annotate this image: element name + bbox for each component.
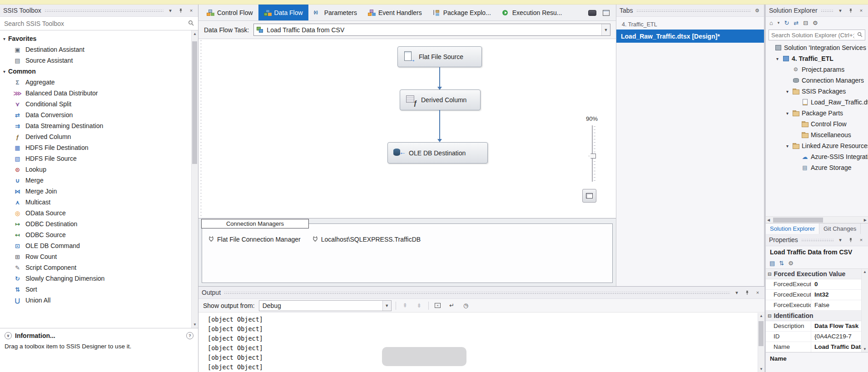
toolbox-item[interactable]: Multicast [0, 197, 190, 208]
scroll-up-icon[interactable]: ▲ [759, 314, 763, 318]
expand-arrow-icon[interactable]: ▾ [785, 144, 790, 149]
design-surface[interactable]: Flat File Source Derived Column OLE DB D… [198, 39, 616, 218]
toolbox-group-header[interactable]: ▾ Common [0, 66, 190, 77]
toolbox-item[interactable]: HDFS File Source [0, 153, 190, 164]
scroll-up-icon[interactable]: ▲ [863, 270, 867, 274]
tree-item[interactable]: ▾ Control Flow [766, 119, 868, 129]
designer-tab[interactable]: Execution Resu... [496, 5, 568, 20]
toolbox-item[interactable]: ODBC Source [0, 229, 190, 240]
refresh-icon[interactable]: ↻ [784, 20, 789, 26]
toolbox-item[interactable]: Conditional Split [0, 99, 190, 109]
window-position-icon[interactable]: ▾ [733, 289, 740, 296]
toolbox-item[interactable]: HDFS File Destination [0, 142, 190, 153]
tree-item[interactable]: ▾ Solution 'Integration Services final d… [766, 42, 868, 53]
property-row[interactable]: ForcedExecutionValue 0 [766, 279, 861, 290]
property-row[interactable]: ForceExecutionValue False [766, 300, 861, 311]
property-pages-icon[interactable]: ⚙ [788, 260, 794, 267]
designer-tab[interactable]: Data Flow [258, 5, 308, 20]
scroll-down-icon[interactable]: ▼ [193, 322, 197, 327]
dataflow-block[interactable]: Flat File Source [397, 46, 482, 67]
scrollbar-thumb[interactable] [773, 218, 823, 223]
package-icon[interactable] [588, 10, 596, 16]
toolbox-item[interactable]: ODBC Destination [0, 218, 190, 229]
connection-managers-tab[interactable]: Connection Managers [201, 219, 309, 228]
properties-object-name[interactable]: Load Traffic Data from CSV [766, 246, 868, 258]
window-position-icon[interactable]: ▾ [167, 7, 174, 14]
collapse-section-icon[interactable]: ⊟ [768, 272, 771, 277]
property-row[interactable]: ID {0A4AC219-7 [766, 332, 861, 342]
flow-path-arrow[interactable] [439, 67, 440, 87]
bottom-tab[interactable]: Git Changes [819, 223, 861, 234]
previous-message-icon[interactable]: ⇞ [400, 301, 410, 311]
chevron-down-icon[interactable]: ▼ [601, 24, 610, 35]
pin-icon[interactable] [847, 7, 854, 14]
property-row[interactable]: Description Data Flow Task [766, 321, 861, 332]
property-category[interactable]: ⊟ Identification [766, 311, 861, 321]
tree-item[interactable]: ▾ Load_Raw_Traffic.dtsx [766, 97, 868, 108]
window-position-icon[interactable]: ▾ [837, 7, 844, 14]
expand-arrow-icon[interactable]: ▾ [775, 56, 780, 61]
autoscroll-icon[interactable]: ◷ [461, 301, 471, 311]
zoom-slider-handle[interactable] [589, 154, 596, 159]
variables-grid-icon[interactable] [603, 10, 610, 16]
vertical-scrollbar[interactable]: ▲▼ [861, 269, 868, 352]
sync-with-active-document-icon[interactable]: ⇄ [794, 20, 799, 26]
bottom-tab[interactable]: Solution Explorer [766, 223, 819, 234]
designer-tab[interactable]: Parameters [308, 5, 362, 20]
tree-item[interactable]: ▾ Connection Managers [766, 75, 868, 86]
word-wrap-icon[interactable]: ↵ [447, 301, 457, 311]
flow-path-arrow[interactable] [439, 110, 440, 139]
toolbox-item[interactable]: OData Source [0, 208, 190, 218]
scrollbar-thumb[interactable] [192, 41, 197, 164]
tree-item[interactable]: ▾ Linked Azure Resources [766, 140, 868, 151]
toolbox-item[interactable]: Aggregate [0, 77, 190, 88]
collapse-section-icon[interactable]: ⊟ [768, 313, 771, 318]
active-document-tab[interactable]: Load_Raw_Traffic.dtsx [Design]* [616, 30, 764, 43]
tree-item[interactable]: ▾ Project.params [766, 64, 868, 75]
connection-manager-item[interactable]: Localhost\SQLEXPRESS.TrafficDB [312, 236, 421, 243]
tree-item[interactable]: ▾ Azure Storage [766, 162, 868, 173]
connection-manager-item[interactable]: Flat File Connection Manager [208, 236, 301, 243]
toolbox-item[interactable]: Script Component [0, 262, 190, 273]
tree-item[interactable]: ▾ 4. Traffic_ETL [766, 53, 868, 64]
toolbox-item[interactable]: Source Assistant [0, 55, 190, 66]
scroll-down-icon[interactable]: ▼ [863, 347, 867, 351]
pin-icon[interactable] [177, 7, 184, 14]
property-category[interactable]: ⊟ Forced Execution Value [766, 269, 861, 279]
property-row[interactable]: Name Load Traffic Data from CSV [766, 342, 861, 352]
close-icon[interactable]: × [858, 7, 865, 14]
zoom-slider[interactable] [588, 125, 596, 182]
expand-arrow-icon[interactable]: ▾ [785, 111, 790, 116]
home-icon[interactable]: ⌂ [769, 20, 773, 26]
scroll-left-icon[interactable]: ◀ [767, 218, 770, 222]
dataflow-block[interactable]: Derived Column [400, 89, 481, 110]
help-icon[interactable]: ? [186, 332, 193, 339]
toolbox-item[interactable]: Merge [0, 175, 190, 186]
scroll-up-icon[interactable]: ▲ [193, 32, 197, 36]
chevron-down-icon[interactable]: ▾ [778, 20, 780, 25]
collapse-all-icon[interactable]: ⊟ [803, 20, 808, 26]
toolbox-item[interactable]: Derived Column [0, 131, 190, 142]
vertical-scrollbar[interactable]: ▲▼ [191, 30, 198, 328]
designer-tab[interactable]: Package Explo... [427, 5, 496, 20]
toolbox-item[interactable]: OLE DB Command [0, 240, 190, 251]
toolbox-item[interactable]: Data Streaming Destination [0, 120, 190, 131]
window-position-icon[interactable]: ▾ [837, 236, 844, 243]
toolbox-item[interactable]: Sort [0, 284, 190, 295]
close-icon[interactable]: × [754, 289, 761, 296]
chevron-down-icon[interactable]: ▼ [382, 301, 391, 311]
data-flow-task-combo[interactable]: Load Traffic Data from CSV ▼ [253, 24, 610, 36]
alphabetical-sort-icon[interactable]: ⇅ [779, 260, 784, 267]
horizontal-scrollbar[interactable]: ◀ ▶ [766, 216, 868, 223]
categorized-icon[interactable]: ▤ [769, 260, 775, 267]
scroll-right-icon[interactable]: ▶ [864, 218, 867, 222]
expand-arrow-icon[interactable]: ▾ [785, 89, 790, 94]
toolbox-item[interactable]: Row Count [0, 251, 190, 262]
toolbox-item[interactable]: Balanced Data Distributor [0, 88, 190, 99]
tree-item[interactable]: ▾ Miscellaneous [766, 129, 868, 140]
output-source-combo[interactable]: Debug ▼ [259, 300, 392, 311]
toolbox-item[interactable]: Destination Assistant [0, 44, 190, 55]
scroll-down-icon[interactable]: ▼ [759, 367, 763, 371]
designer-tab[interactable]: Control Flow [201, 5, 258, 20]
dataflow-block[interactable]: OLE DB Destination [387, 142, 488, 164]
